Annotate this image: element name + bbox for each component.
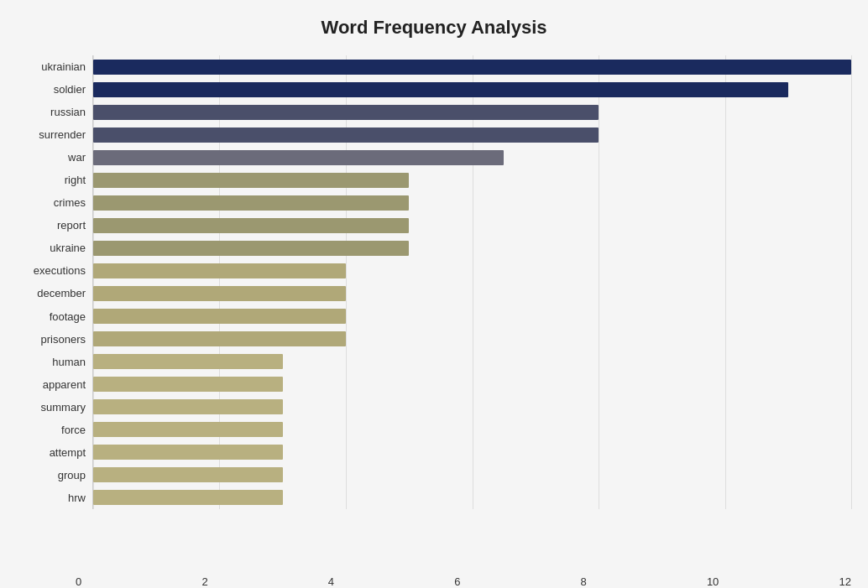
bar-row — [93, 488, 851, 507]
bar — [93, 331, 346, 346]
bar-row — [93, 126, 851, 144]
bar-row — [93, 307, 851, 325]
bar — [93, 354, 283, 369]
bar-row — [93, 194, 851, 212]
grid-line — [93, 55, 94, 509]
x-tick: 10 — [707, 575, 719, 588]
y-label: apparent — [43, 379, 86, 390]
y-label: executions — [34, 265, 86, 276]
bar-row — [93, 262, 851, 280]
x-axis: 024681012 — [76, 575, 851, 588]
bar-row — [93, 398, 851, 416]
bar-row — [93, 284, 851, 303]
y-label: december — [37, 288, 86, 299]
grid-line — [725, 55, 726, 509]
y-label: surrender — [39, 129, 86, 140]
bar — [93, 399, 283, 414]
y-label: soldier — [54, 84, 86, 95]
bar-row — [93, 148, 851, 167]
bar — [93, 377, 283, 392]
bar — [93, 445, 283, 460]
x-tick: 2 — [201, 575, 207, 588]
bar — [93, 467, 283, 482]
y-label: attempt — [50, 447, 86, 458]
bar — [93, 82, 788, 97]
bar — [93, 150, 504, 165]
y-label: footage — [50, 311, 86, 322]
y-label: group — [58, 470, 86, 481]
bar-row — [93, 330, 851, 348]
bar — [93, 241, 409, 256]
bar — [93, 173, 409, 188]
x-tick: 0 — [76, 575, 81, 588]
x-tick: 6 — [454, 575, 460, 588]
y-label: russian — [50, 107, 86, 117]
y-label: ukrainian — [41, 61, 86, 72]
chart-area: ukrainiansoldierrussiansurrenderwarright… — [17, 55, 851, 509]
bar-row — [93, 216, 851, 235]
x-tick: 8 — [581, 575, 587, 588]
bar — [93, 490, 283, 505]
bar-row — [93, 443, 851, 461]
x-tick: 12 — [839, 575, 850, 588]
bar-row — [93, 375, 851, 393]
bar-row — [93, 81, 851, 99]
bar-row — [93, 239, 851, 258]
bar-row — [93, 103, 851, 122]
bar-row — [93, 466, 851, 484]
y-label: report — [57, 220, 86, 231]
y-label: hrw — [68, 492, 86, 503]
y-label: prisoners — [41, 334, 86, 345]
y-label: war — [68, 152, 86, 163]
chart-container: Word Frequency Analysis ukrainiansoldier… — [0, 0, 868, 588]
y-label: summary — [41, 402, 86, 413]
grid-line — [599, 55, 599, 509]
y-label: right — [65, 174, 86, 185]
bar — [93, 263, 346, 278]
y-label: crimes — [54, 197, 86, 208]
y-label: human — [52, 356, 86, 367]
grid-line — [346, 55, 347, 509]
bar — [93, 60, 851, 75]
grid-line — [851, 55, 852, 509]
x-tick: 4 — [328, 575, 334, 588]
bar — [93, 286, 346, 301]
plot-area — [92, 55, 851, 509]
bar-row — [93, 58, 851, 76]
bar — [93, 105, 599, 120]
bar-row — [93, 171, 851, 190]
bar — [93, 127, 599, 143]
bar — [93, 218, 409, 233]
grid-line — [219, 55, 220, 509]
y-axis: ukrainiansoldierrussiansurrenderwarright… — [17, 55, 92, 509]
bar — [93, 195, 409, 211]
y-label: ukraine — [50, 242, 86, 253]
grid-line — [473, 55, 473, 509]
bar — [93, 309, 346, 324]
bar-row — [93, 420, 851, 439]
chart-title: Word Frequency Analysis — [17, 17, 851, 39]
bar — [93, 422, 283, 437]
bar-row — [93, 352, 851, 371]
y-label: force — [61, 424, 86, 435]
